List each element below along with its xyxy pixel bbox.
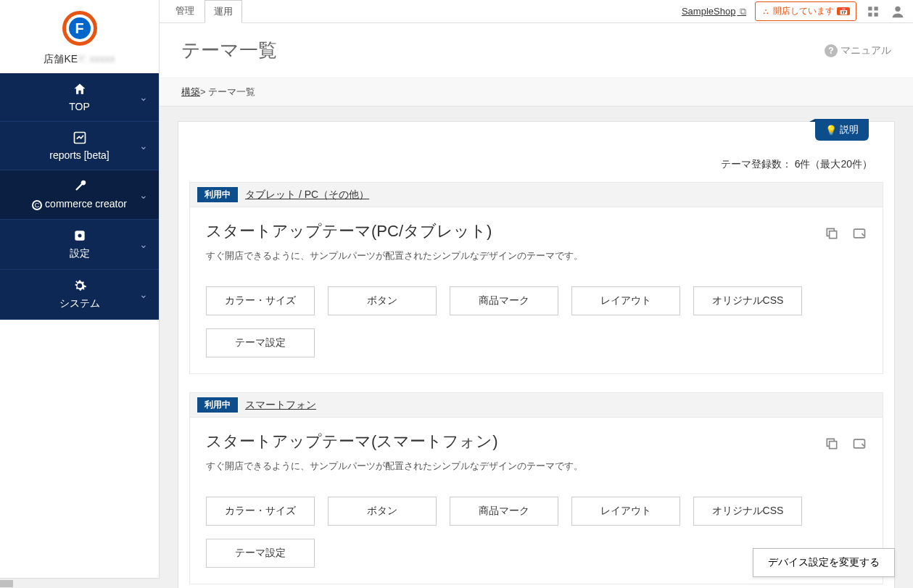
svg-rect-9	[854, 229, 865, 238]
main: 管理 運用 SampleShop ⧉ ⛬ 開店しています 📅 テーマ一覧 ? マ…	[160, 0, 913, 588]
sidebar-item-settings[interactable]: 設定 ⌄	[0, 220, 159, 270]
shop-link[interactable]: SampleShop ⧉	[682, 6, 746, 17]
user-icon[interactable]	[890, 4, 906, 20]
gear-icon	[73, 228, 87, 243]
top-tabs: 管理 運用	[167, 0, 242, 22]
sidebar-item-top[interactable]: TOP ⌄	[0, 73, 159, 122]
export-icon[interactable]	[852, 436, 867, 451]
action-color-size[interactable]: カラー・サイズ	[206, 497, 315, 526]
logo-area: F 店舗KEY: xxxxx	[0, 0, 159, 73]
device-settings-button[interactable]: デバイス設定を変更する	[753, 548, 895, 577]
page-header: テーマ一覧 ? マニュアル	[160, 23, 913, 78]
logo: F	[62, 11, 97, 46]
breadcrumb: 構築> テーマ一覧	[160, 78, 913, 107]
bulb-icon: 💡	[825, 125, 837, 136]
chevron-down-icon: ⌄	[139, 91, 148, 103]
theme-count: テーマ登録数： 6件（最大20件）	[178, 122, 894, 182]
action-original-css[interactable]: オリジナルCSS	[693, 497, 802, 526]
action-layout[interactable]: レイアウト	[571, 497, 680, 526]
svg-point-7	[895, 6, 900, 11]
calendar-icon: 📅	[837, 7, 850, 15]
external-link-icon: ⧉	[737, 6, 746, 17]
svg-rect-3	[868, 7, 872, 10]
question-icon: ?	[825, 44, 838, 57]
theme-name: スタートアップテーマ(スマートフォン)	[206, 431, 867, 452]
svg-point-2	[78, 234, 81, 238]
tab-admin[interactable]: 管理	[167, 0, 203, 22]
device-link[interactable]: タブレット / PC（その他）	[245, 189, 369, 202]
theme-actions: カラー・サイズ ボタン 商品マーク レイアウト オリジナルCSS テーマ設定	[190, 276, 883, 373]
sidebar-item-reports[interactable]: reports [beta] ⌄	[0, 122, 159, 170]
status-badge: 利用中	[197, 187, 238, 202]
themes-card: 💡説明 テーマ登録数： 6件（最大20件） 利用中 タブレット / PC（その他…	[178, 121, 895, 588]
copy-icon[interactable]	[825, 226, 839, 241]
action-color-size[interactable]: カラー・サイズ	[206, 286, 315, 315]
action-button[interactable]: ボタン	[328, 497, 437, 526]
page-title: テーマ一覧	[181, 38, 277, 63]
help-tab[interactable]: 💡説明	[815, 119, 869, 141]
theme-block: 利用中 タブレット / PC（その他） スタートアップテーマ(PC/タブレット)…	[189, 182, 883, 374]
sidebar-item-commerce-creator[interactable]: Ccommerce creator ⌄	[0, 170, 159, 220]
device-link[interactable]: スマートフォン	[245, 399, 316, 412]
action-layout[interactable]: レイアウト	[571, 286, 680, 315]
shop-key-label: 店舗KEY: xxxxx	[0, 53, 159, 66]
sidebar-nav: TOP ⌄ reports [beta] ⌄ Ccommerce creator…	[0, 73, 159, 320]
horizontal-scrollbar[interactable]	[0, 578, 160, 588]
theme-description: すぐ開店できるように、サンプルパーツが配置されたシンプルなデザインのテーマです。	[206, 460, 867, 473]
apps-icon[interactable]	[865, 4, 881, 20]
wrench-icon	[73, 179, 87, 194]
status-badge: 利用中	[197, 397, 238, 413]
svg-rect-10	[830, 442, 837, 449]
chevron-down-icon: ⌄	[139, 189, 148, 201]
svg-rect-11	[854, 439, 865, 448]
theme-name: スタートアップテーマ(PC/タブレット)	[206, 220, 867, 242]
copy-icon[interactable]	[825, 436, 839, 451]
theme-tag-row: 利用中 タブレット / PC（その他）	[190, 183, 883, 207]
content-area: 💡説明 テーマ登録数： 6件（最大20件） 利用中 タブレット / PC（その他…	[160, 107, 913, 588]
action-product-mark[interactable]: 商品マーク	[450, 497, 558, 526]
svg-rect-6	[875, 12, 878, 16]
manual-link[interactable]: ? マニュアル	[825, 44, 891, 57]
chevron-down-icon: ⌄	[139, 239, 148, 250]
open-status-button[interactable]: ⛬ 開店しています 📅	[755, 1, 856, 21]
breadcrumb-current: テーマ一覧	[208, 86, 255, 97]
action-theme-settings[interactable]: テーマ設定	[206, 539, 315, 568]
theme-description: すぐ開店できるように、サンプルパーツが配置されたシンプルなデザインのテーマです。	[206, 249, 867, 262]
export-icon[interactable]	[852, 226, 867, 241]
action-theme-settings[interactable]: テーマ設定	[206, 328, 315, 357]
action-product-mark[interactable]: 商品マーク	[450, 286, 558, 315]
top-bar: 管理 運用 SampleShop ⧉ ⛬ 開店しています 📅	[160, 0, 913, 23]
chevron-down-icon: ⌄	[139, 289, 148, 300]
chart-icon	[73, 131, 87, 145]
svg-rect-4	[875, 7, 878, 10]
breadcrumb-root[interactable]: 構築	[181, 86, 200, 97]
sidebar-item-system[interactable]: システム ⌄	[0, 270, 159, 320]
theme-tag-row: 利用中 スマートフォン	[190, 393, 883, 418]
cog-icon	[73, 278, 87, 293]
chevron-down-icon: ⌄	[139, 140, 148, 152]
svg-rect-5	[868, 12, 872, 16]
tab-operation[interactable]: 運用	[205, 0, 242, 23]
store-icon: ⛬	[761, 7, 770, 17]
home-icon	[73, 82, 87, 96]
action-original-css[interactable]: オリジナルCSS	[693, 286, 802, 315]
action-button[interactable]: ボタン	[328, 286, 437, 315]
svg-rect-8	[830, 231, 837, 239]
sidebar: F 店舗KEY: xxxxx TOP ⌄ reports [beta] ⌄ Cc…	[0, 0, 160, 588]
